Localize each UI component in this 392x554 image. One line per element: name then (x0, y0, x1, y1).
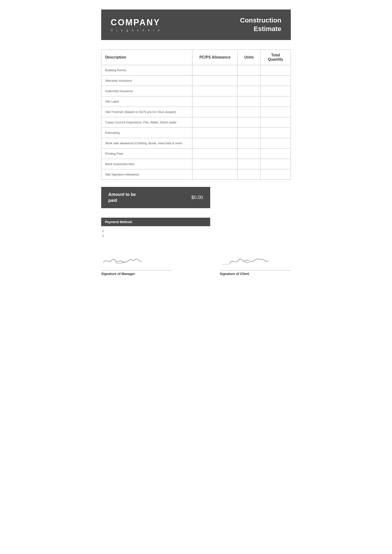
row-allowance (192, 117, 238, 127)
row-allowance (192, 159, 238, 169)
col-header-total: TotalQuantity (260, 49, 291, 65)
payment-method-header: Payment Method: (101, 218, 210, 226)
client-signature-label: Signature of Client (220, 270, 291, 276)
row-total (260, 127, 291, 138)
manager-sig-svg (101, 253, 149, 267)
row-description: Work safe allowance (Clothing, Boots, Ha… (101, 138, 192, 148)
row-description: Site Foremen (Based on $175 p/a inc Cbus… (101, 107, 192, 117)
manager-signature-block: Signature of Manager (101, 252, 172, 276)
doc-title-line1: Construction (240, 17, 281, 24)
row-total (260, 148, 291, 159)
row-units (238, 148, 260, 159)
row-description: Building Permit (101, 65, 192, 75)
row-description: Printing Fees (101, 148, 192, 159)
row-units (238, 138, 260, 148)
row-total (260, 75, 291, 86)
page-header: COMPANY S l o g a n h e r e Construction… (101, 9, 291, 40)
row-total (260, 117, 291, 127)
table-row: Site Signature Allowance (101, 169, 291, 180)
table-row: Printing Fees (101, 148, 291, 159)
table-row: Warranty Insurance (101, 75, 291, 86)
row-description: Bank Guarantee fees (101, 159, 192, 169)
table-row: Site Foremen (Based on $175 p/a inc Cbus… (101, 107, 291, 117)
doc-title-line2: Estimate (254, 25, 281, 32)
table-row: Indemnity Insurance (101, 86, 291, 96)
row-description: Warranty Insurance (101, 75, 192, 86)
row-total (260, 159, 291, 169)
table-row: Casey Council Inspections, Fire, Water, … (101, 117, 291, 127)
payment-section: Payment Method: 1 2 (101, 218, 291, 238)
row-total (260, 65, 291, 75)
amount-value: $0.00 (191, 195, 203, 200)
payment-line-1: 1 (101, 229, 291, 233)
company-block: COMPANY S l o g a n h e r e (111, 18, 161, 32)
col-header-description: Description (101, 49, 192, 65)
estimate-table: Description PC/PS Allowance Units TotalQ… (101, 49, 291, 180)
row-description: Site Labor (101, 96, 192, 107)
table-row: Estimating (101, 127, 291, 138)
client-signature-image (220, 252, 272, 268)
col-header-allowance: PC/PS Allowance (192, 49, 238, 65)
row-allowance (192, 65, 238, 75)
row-allowance (192, 75, 238, 86)
signatures-section: Signature of Manager Signature of Client (101, 252, 291, 276)
row-total (260, 138, 291, 148)
row-units (238, 96, 260, 107)
row-allowance (192, 127, 238, 138)
table-row: Site Labor (101, 96, 291, 107)
row-allowance (192, 86, 238, 96)
row-total (260, 86, 291, 96)
manager-signature-label: Signature of Manager (101, 270, 172, 276)
row-units (238, 169, 260, 180)
table-row: Work safe allowance (Clothing, Boots, Ha… (101, 138, 291, 148)
row-units (238, 127, 260, 138)
row-description: Casey Council Inspections, Fire, Water, … (101, 117, 192, 127)
row-units (238, 159, 260, 169)
row-units (238, 86, 260, 96)
company-slogan: S l o g a n h e r e (111, 28, 161, 32)
row-allowance (192, 138, 238, 148)
table-row: Bank Guarantee fees (101, 159, 291, 169)
row-allowance (192, 148, 238, 159)
client-signature-block: Signature of Client (220, 252, 291, 276)
amount-box: Amount to bepaid $0.00 (101, 187, 210, 208)
col-header-units: Units (238, 49, 260, 65)
row-units (238, 107, 260, 117)
amount-label: Amount to bepaid (108, 192, 136, 203)
row-description: Site Signature Allowance (101, 169, 192, 180)
company-name: COMPANY (111, 18, 161, 28)
row-total (260, 169, 291, 180)
row-units (238, 65, 260, 75)
row-allowance (192, 107, 238, 117)
row-total (260, 107, 291, 117)
row-allowance (192, 96, 238, 107)
row-units (238, 75, 260, 86)
document-title: Construction Estimate (240, 16, 281, 33)
manager-signature-image (101, 252, 149, 268)
row-total (260, 96, 291, 107)
row-units (238, 117, 260, 127)
row-description: Estimating (101, 127, 192, 138)
row-allowance (192, 169, 238, 180)
row-description: Indemnity Insurance (101, 86, 192, 96)
payment-line-2: 2 (101, 234, 291, 238)
client-sig-svg (220, 253, 272, 267)
table-row: Building Permit (101, 65, 291, 75)
